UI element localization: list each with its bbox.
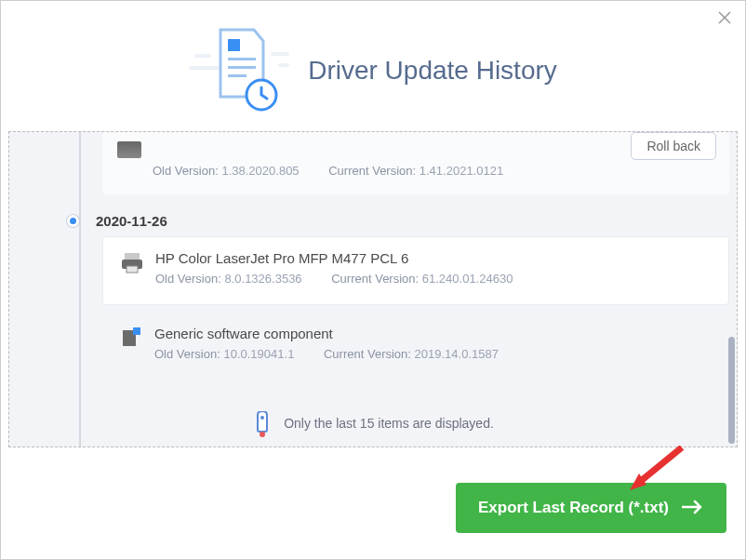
- old-version-label: Old Version:: [153, 164, 219, 178]
- arrow-right-icon: [682, 496, 704, 520]
- driver-entry: HP Color LaserJet Pro MFP M477 PCL 6 Old…: [102, 236, 729, 305]
- current-version-value: 61.240.01.24630: [422, 272, 513, 286]
- svg-rect-5: [228, 58, 256, 60]
- version-info: Old Version: 10.0.19041.1 Current Versio…: [154, 347, 713, 361]
- device-icon: [117, 141, 141, 158]
- old-version-label: Old Version:: [154, 347, 220, 361]
- old-version-value: 8.0.1326.3536: [224, 272, 301, 286]
- version-info: Old Version: 1.38.2020.805 Current Versi…: [153, 164, 713, 178]
- notice-row: Only the last 15 items are displayed.: [9, 411, 737, 435]
- svg-rect-4: [228, 39, 240, 51]
- svg-rect-13: [133, 327, 140, 335]
- svg-rect-6: [228, 66, 256, 69]
- close-button[interactable]: [715, 8, 734, 27]
- notice-text: Only the last 15 items are displayed.: [284, 416, 494, 431]
- svg-rect-7: [228, 74, 246, 77]
- close-icon: [718, 11, 731, 24]
- old-version-value: 10.0.19041.1: [223, 347, 294, 361]
- svg-point-14: [260, 416, 264, 420]
- old-version-value: 1.38.2020.805: [221, 164, 299, 178]
- info-bell-icon: [252, 411, 273, 435]
- history-content: Roll back Old Version: 1.38.2020.805 Cur…: [8, 131, 738, 447]
- current-version-label: Current Version:: [324, 347, 411, 361]
- document-clock-icon: [189, 24, 282, 117]
- printer-icon: [120, 250, 144, 274]
- version-info: Old Version: 8.0.1326.3536 Current Versi…: [155, 272, 712, 286]
- date-group-header: 2020-11-26: [67, 213, 737, 229]
- export-button-label: Export Last Record (*.txt): [478, 499, 669, 517]
- svg-rect-1: [194, 54, 211, 58]
- device-name: HP Color LaserJet Pro MFP M477 PCL 6: [155, 250, 712, 266]
- svg-rect-9: [125, 253, 140, 260]
- scrollbar-thumb[interactable]: [728, 337, 735, 444]
- driver-entry: Generic software component Old Version: …: [102, 313, 729, 380]
- svg-rect-2: [271, 52, 289, 56]
- current-version-value: 1.41.2021.0121: [420, 164, 503, 178]
- current-version-label: Current Version:: [328, 164, 416, 178]
- timeline-dot-icon: [67, 215, 79, 227]
- page-title: Driver Update History: [308, 56, 557, 86]
- current-version-label: Current Version:: [331, 272, 419, 286]
- svg-point-15: [260, 432, 265, 437]
- svg-rect-11: [127, 266, 138, 273]
- svg-rect-3: [278, 63, 289, 67]
- rollback-button[interactable]: Roll back: [631, 132, 716, 160]
- header: Driver Update History: [1, 1, 745, 131]
- date-label: 2020-11-26: [96, 213, 167, 229]
- old-version-label: Old Version:: [155, 272, 221, 286]
- driver-entry-partial: Roll back Old Version: 1.38.2020.805 Cur…: [102, 132, 729, 194]
- timeline-line: [79, 132, 81, 447]
- device-name: Generic software component: [154, 326, 713, 341]
- current-version-value: 2019.14.0.1587: [415, 347, 499, 361]
- component-icon: [119, 326, 143, 350]
- footer: Export Last Record (*.txt): [1, 457, 745, 559]
- export-button[interactable]: Export Last Record (*.txt): [456, 483, 726, 533]
